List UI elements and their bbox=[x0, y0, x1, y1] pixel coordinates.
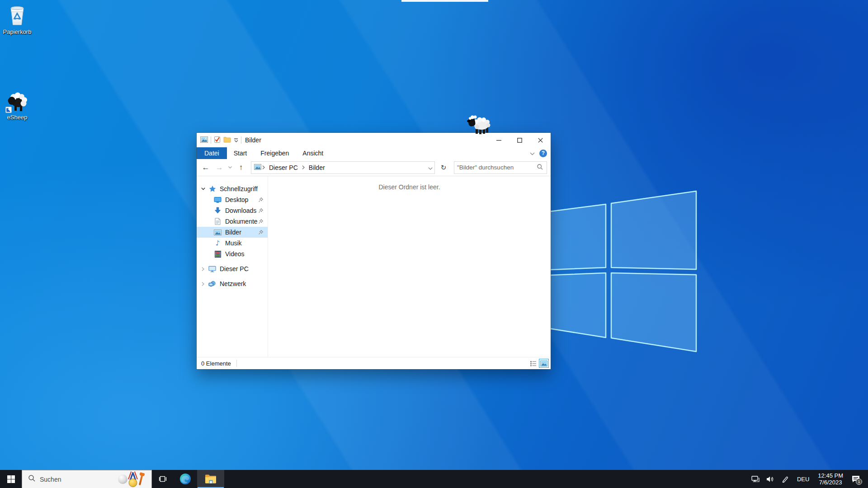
windows-ink-pen-icon[interactable] bbox=[779, 470, 791, 488]
desktop-folder-icon bbox=[214, 197, 222, 203]
network-icon[interactable] bbox=[750, 470, 761, 488]
search-icon bbox=[536, 164, 547, 171]
chevron-right-icon[interactable] bbox=[200, 267, 206, 271]
clock[interactable]: 12:45 PM 7/6/2023 bbox=[815, 472, 846, 486]
taskbar-search-box[interactable] bbox=[22, 470, 152, 488]
taskbar-file-explorer-button[interactable] bbox=[197, 470, 224, 488]
help-button[interactable]: ? bbox=[539, 150, 547, 157]
pin-icon bbox=[259, 218, 263, 225]
chevron-right-icon[interactable] bbox=[200, 282, 206, 286]
tab-freigeben[interactable]: Freigeben bbox=[254, 147, 296, 159]
edge-icon bbox=[179, 473, 191, 485]
music-icon: ♪ bbox=[214, 239, 222, 247]
customize-quick-access-button[interactable] bbox=[234, 138, 238, 142]
new-folder-button[interactable] bbox=[223, 136, 231, 144]
notification-count-badge: 1 bbox=[856, 479, 862, 485]
breadcrumb-chevron-icon bbox=[261, 165, 266, 169]
sidebar-item-videos[interactable]: Videos bbox=[197, 249, 268, 259]
system-tray: DEU 12:45 PM 7/6/2023 1 bbox=[750, 470, 868, 488]
tab-datei[interactable]: Datei bbox=[197, 147, 227, 159]
large-icons-view-button[interactable] bbox=[539, 359, 549, 368]
address-dropdown-chevron[interactable] bbox=[428, 164, 433, 171]
pictures-icon bbox=[214, 230, 222, 235]
tab-ansicht[interactable]: Ansicht bbox=[296, 147, 330, 159]
task-view-icon bbox=[159, 475, 167, 483]
breadcrumb-dieser-pc[interactable]: Dieser PC bbox=[266, 164, 301, 171]
titlebar[interactable]: Bilder bbox=[197, 133, 551, 147]
sidebar-item-netzwerk[interactable]: Netzwerk bbox=[197, 278, 268, 289]
expand-ribbon-chevron-icon[interactable] bbox=[530, 150, 535, 157]
folder-search-box[interactable] bbox=[454, 161, 547, 174]
window-pictures-icon bbox=[200, 136, 208, 144]
network-icon bbox=[208, 281, 216, 287]
sidebar-item-bilder[interactable]: Bilder bbox=[197, 227, 268, 238]
taskbar-search-input[interactable] bbox=[40, 476, 118, 483]
file-explorer-icon bbox=[205, 474, 217, 484]
item-count: 0 Elemente bbox=[201, 360, 231, 367]
tab-start[interactable]: Start bbox=[227, 147, 254, 159]
language-indicator[interactable]: DEU bbox=[794, 476, 812, 483]
desktop-icon-label: Papierkorb bbox=[0, 28, 34, 35]
documents-icon bbox=[214, 218, 222, 225]
start-button[interactable] bbox=[0, 470, 22, 488]
this-pc-icon bbox=[208, 266, 216, 272]
ribbon-tab-bar: Datei Start Freigeben Ansicht ? bbox=[197, 147, 551, 159]
desktop-icon-recycle-bin[interactable]: Papierkorb bbox=[0, 5, 34, 35]
breadcrumb-folder-icon bbox=[254, 164, 261, 171]
close-button[interactable] bbox=[530, 133, 551, 147]
sidebar-item-dokumente[interactable]: Dokumente bbox=[197, 216, 268, 227]
clock-time: 12:45 PM bbox=[818, 472, 843, 479]
navigation-bar: ← → ↑ Dieser PC Bilder bbox=[197, 159, 551, 176]
sidebar-item-musik[interactable]: ♪ Musik bbox=[197, 238, 268, 249]
esheep-sprite[interactable] bbox=[467, 115, 492, 135]
volume-icon[interactable] bbox=[764, 470, 776, 488]
up-button[interactable]: ↑ bbox=[235, 161, 247, 174]
file-explorer-window: Bilder Datei Start Freigeben Ansicht bbox=[197, 133, 551, 369]
navigation-pane: Schnellzugriff Desktop Downloads bbox=[197, 176, 268, 357]
folder-content-area[interactable]: Dieser Ordner ist leer. bbox=[268, 176, 551, 357]
downloads-icon bbox=[214, 207, 222, 214]
status-bar: 0 Elemente bbox=[197, 357, 551, 369]
golf-ball-icon bbox=[118, 474, 127, 484]
videos-icon bbox=[214, 251, 222, 258]
task-view-button[interactable] bbox=[152, 470, 174, 488]
recent-locations-chevron[interactable] bbox=[226, 161, 234, 174]
desktop-icon-label: eSheep bbox=[0, 114, 34, 121]
forward-button[interactable]: → bbox=[213, 161, 226, 174]
address-bar[interactable]: Dieser PC Bilder bbox=[251, 161, 435, 174]
sidebar-item-dieser-pc[interactable]: Dieser PC bbox=[197, 263, 268, 274]
search-icon bbox=[22, 475, 40, 483]
taskbar-edge-button[interactable] bbox=[174, 470, 197, 488]
breadcrumb-bilder[interactable]: Bilder bbox=[306, 164, 328, 171]
folder-search-input[interactable] bbox=[454, 164, 536, 171]
search-highlight-golf-illustration[interactable] bbox=[118, 470, 151, 488]
properties-button[interactable] bbox=[214, 136, 221, 145]
clock-date: 7/6/2023 bbox=[818, 479, 843, 486]
top-edge-window-sliver bbox=[401, 0, 488, 2]
action-center-button[interactable]: 1 bbox=[849, 470, 863, 488]
caption-buttons bbox=[488, 133, 551, 147]
desktop-icon-esheep[interactable]: eSheep bbox=[0, 92, 34, 121]
refresh-button[interactable]: ↻ bbox=[438, 161, 449, 174]
pin-icon bbox=[259, 207, 263, 214]
maximize-button[interactable] bbox=[509, 133, 530, 147]
window-title: Bilder bbox=[245, 136, 261, 144]
details-view-button[interactable] bbox=[528, 359, 538, 368]
sidebar-item-schnellzugriff[interactable]: Schnellzugriff bbox=[197, 183, 268, 194]
quick-access-star-icon bbox=[208, 185, 216, 192]
quick-access-toolbar bbox=[200, 136, 241, 145]
sidebar-item-downloads[interactable]: Downloads bbox=[197, 205, 268, 216]
pin-icon bbox=[259, 229, 263, 236]
back-button[interactable]: ← bbox=[199, 161, 212, 174]
taskbar: DEU 12:45 PM 7/6/2023 1 bbox=[0, 470, 868, 488]
empty-folder-message: Dieser Ordner ist leer. bbox=[268, 183, 551, 191]
recycle-bin-icon bbox=[7, 5, 27, 28]
windows-logo-icon bbox=[7, 475, 15, 483]
sidebar-item-desktop[interactable]: Desktop bbox=[197, 194, 268, 205]
pin-icon bbox=[259, 196, 263, 203]
desktop: Papierkorb eSheep bbox=[0, 0, 868, 488]
breadcrumb-chevron-icon[interactable] bbox=[301, 165, 306, 169]
chevron-down-icon[interactable] bbox=[200, 188, 206, 190]
esheep-icon bbox=[6, 92, 28, 113]
shortcut-arrow-icon bbox=[5, 107, 12, 113]
